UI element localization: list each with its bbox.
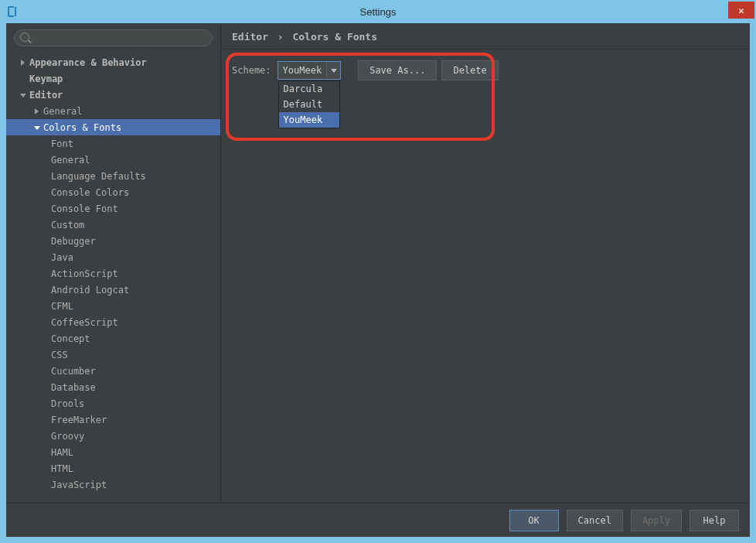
search-input[interactable] — [14, 29, 213, 46]
tree-item[interactable]: Debugger — [6, 233, 220, 249]
scheme-dropdown-list[interactable]: DarculaDefaultYouMeek — [278, 80, 340, 128]
tree-item[interactable]: Console Font — [6, 200, 220, 217]
tree-item[interactable]: Language Defaults — [6, 168, 220, 184]
tree-item-label: CFML — [51, 301, 73, 312]
dropdown-item[interactable]: Darcula — [279, 81, 339, 97]
tree-item[interactable]: FreeMarker — [6, 412, 220, 428]
tree-item[interactable]: Keymap — [6, 70, 220, 87]
tree-item-label: Drools — [51, 398, 84, 409]
tree-item[interactable]: Appearance & Behavior — [6, 54, 220, 70]
tree-item-label: CoffeeScript — [51, 317, 118, 328]
tree-item-label: JavaScript — [51, 480, 107, 490]
tree-item-label: ActionScript — [51, 268, 118, 279]
tree-item[interactable]: HTML — [6, 460, 220, 476]
help-button[interactable]: Help — [690, 510, 739, 531]
delete-label: Delete — [453, 65, 486, 76]
tree-item[interactable]: Java — [6, 249, 220, 265]
breadcrumb-part: Colors & Fonts — [292, 31, 377, 43]
chevron-right-icon — [34, 108, 40, 114]
tree-item-label: Language Defaults — [51, 171, 146, 182]
tree-item[interactable]: Concept — [6, 330, 220, 347]
apply-label: Apply — [642, 515, 670, 526]
help-label: Help — [703, 515, 726, 526]
tree-item[interactable]: JavaScript — [6, 476, 220, 493]
settings-window: Settings ✕ Appearance & BehaviorKeymapEd… — [2, 2, 754, 541]
scheme-dropdown-button[interactable] — [326, 62, 340, 79]
tree-item[interactable]: Custom — [6, 217, 220, 233]
close-icon: ✕ — [738, 5, 744, 16]
tree-item[interactable]: Font — [6, 135, 220, 152]
tree-item-label: Database — [51, 382, 96, 393]
tree-item[interactable]: Groovy — [6, 428, 220, 444]
tree-item[interactable]: Cucumber — [6, 363, 220, 379]
sidebar: Appearance & BehaviorKeymapEditorGeneral… — [6, 23, 221, 503]
content-panel: Editor › Colors & Fonts Scheme: YouMeek … — [221, 23, 750, 503]
ok-button[interactable]: OK — [509, 510, 559, 531]
tree-item-label: Custom — [51, 220, 84, 231]
scheme-selected-value: YouMeek — [278, 65, 327, 76]
tree-item-label: Android Logcat — [51, 285, 129, 295]
save-as-label: Save As... — [369, 65, 425, 76]
breadcrumb: Editor › Colors & Fonts — [221, 23, 750, 50]
tree-item-label: Font — [51, 138, 73, 149]
tree-item[interactable]: General — [6, 103, 220, 119]
search-wrap — [6, 23, 220, 51]
cancel-label: Cancel — [578, 515, 611, 526]
window-title: Settings — [2, 6, 754, 18]
content-body: Scheme: YouMeek DarculaDefaultYouMeek Sa… — [221, 50, 750, 503]
save-as-button[interactable]: Save As... — [358, 60, 437, 80]
scheme-label: Scheme: — [232, 65, 271, 76]
tree-item-label: Console Colors — [51, 187, 129, 198]
settings-tree[interactable]: Appearance & BehaviorKeymapEditorGeneral… — [6, 51, 220, 503]
breadcrumb-part: Editor — [232, 31, 268, 43]
tree-item-label: Concept — [51, 333, 90, 344]
search-icon — [20, 32, 29, 42]
tree-item-label: Appearance & Behavior — [29, 57, 147, 68]
scheme-combobox[interactable]: YouMeek DarculaDefaultYouMeek — [278, 61, 342, 80]
tree-item[interactable]: General — [6, 152, 220, 168]
tree-item-label: Editor — [29, 90, 63, 101]
tree-item[interactable]: CFML — [6, 298, 220, 314]
tree-item[interactable]: CoffeeScript — [6, 314, 220, 330]
tree-item[interactable]: Colors & Fonts — [6, 119, 220, 135]
dialog-footer: OK Cancel Apply Help — [6, 503, 750, 537]
tree-item-label: Console Font — [51, 203, 118, 214]
tree-item[interactable]: Android Logcat — [6, 282, 220, 298]
tree-item-label: Groovy — [51, 431, 84, 442]
tree-item-label: FreeMarker — [51, 415, 107, 425]
chevron-down-icon — [331, 69, 337, 73]
breadcrumb-separator: › — [278, 31, 284, 43]
main-area: Appearance & BehaviorKeymapEditorGeneral… — [6, 23, 750, 503]
tree-item[interactable]: CSS — [6, 347, 220, 363]
tree-item-label: Keymap — [29, 73, 63, 84]
cancel-button[interactable]: Cancel — [567, 510, 623, 531]
tree-item-label: Java — [51, 252, 73, 263]
tree-item-label: HAML — [51, 447, 73, 458]
titlebar: Settings ✕ — [2, 2, 754, 22]
tree-item[interactable]: Database — [6, 379, 220, 395]
dropdown-item[interactable]: Default — [279, 97, 339, 112]
tree-item[interactable]: Console Colors — [6, 184, 220, 200]
tree-item-label: HTML — [51, 463, 73, 474]
ok-label: OK — [528, 515, 539, 526]
tree-item[interactable]: Drools — [6, 395, 220, 412]
chevron-down-icon — [20, 92, 26, 98]
tree-item[interactable]: Editor — [6, 87, 220, 103]
tree-item-label: Cucumber — [51, 366, 96, 377]
tree-item[interactable]: HAML — [6, 444, 220, 460]
chevron-right-icon — [20, 60, 26, 66]
tree-item-label: General — [43, 106, 83, 117]
tree-item[interactable]: ActionScript — [6, 265, 220, 282]
tree-item-label: CSS — [51, 350, 68, 360]
dropdown-item[interactable]: YouMeek — [279, 112, 339, 128]
delete-button[interactable]: Delete — [441, 60, 498, 80]
dialog-body: Appearance & BehaviorKeymapEditorGeneral… — [6, 23, 750, 537]
tree-item-label: Colors & Fonts — [43, 122, 121, 133]
tree-item-label: Debugger — [51, 236, 96, 247]
close-button[interactable]: ✕ — [728, 2, 754, 19]
apply-button[interactable]: Apply — [631, 510, 682, 531]
chevron-down-icon — [34, 125, 40, 131]
scheme-row: Scheme: YouMeek DarculaDefaultYouMeek Sa… — [232, 60, 739, 80]
tree-item-label: General — [51, 155, 90, 166]
